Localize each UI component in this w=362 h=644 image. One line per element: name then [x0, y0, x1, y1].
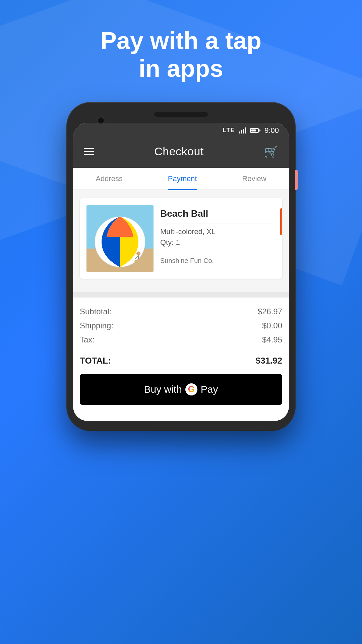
- shipping-row: Shipping: $0.00: [80, 321, 282, 330]
- tab-review[interactable]: Review: [242, 174, 266, 190]
- g-letter: G: [188, 384, 195, 394]
- phone-screen: LTE 9:00 Checkout 🛒: [73, 123, 289, 421]
- screen-content: Beach Ball Multi-colored, XL Qty: 1 Suns…: [73, 190, 289, 292]
- tab-payment[interactable]: Payment: [168, 174, 197, 190]
- cart-button[interactable]: 🛒: [264, 145, 278, 158]
- shipping-value: $0.00: [262, 321, 282, 330]
- subtotal-label: Subtotal:: [80, 307, 112, 316]
- product-name: Beach Ball: [160, 208, 276, 223]
- bottom-padding: [73, 414, 289, 421]
- buy-button-suffix: Pay: [201, 384, 218, 395]
- accent-bar: [280, 208, 282, 235]
- google-g-logo: G: [185, 383, 197, 395]
- phone-mockup: LTE 9:00 Checkout 🛒: [67, 103, 295, 430]
- status-bar: LTE 9:00: [73, 123, 289, 138]
- svg-point-6: [136, 252, 140, 256]
- product-info: Beach Ball Multi-colored, XL Qty: 1 Suns…: [160, 205, 276, 272]
- buy-with-gpay-button[interactable]: Buy with G Pay: [80, 374, 282, 405]
- menu-button[interactable]: [84, 148, 94, 155]
- checkout-tabs: Address Payment Review: [73, 168, 289, 190]
- product-image: [86, 205, 154, 272]
- subtotal-value: $26.97: [258, 307, 282, 316]
- product-variant: Multi-colored, XL: [160, 227, 276, 236]
- subtotal-row: Subtotal: $26.97: [80, 307, 282, 316]
- page-headline: Pay with a tap in apps: [80, 27, 282, 83]
- phone-camera: [97, 117, 105, 124]
- tax-row: Tax: $4.95: [80, 335, 282, 344]
- product-card: Beach Ball Multi-colored, XL Qty: 1 Suns…: [80, 198, 282, 279]
- total-value: $31.92: [255, 356, 282, 366]
- tax-value: $4.95: [262, 335, 282, 344]
- section-divider: [73, 292, 289, 298]
- app-header: Checkout 🛒: [73, 138, 289, 168]
- header-title: Checkout: [154, 145, 204, 158]
- phone-side-button: [295, 170, 298, 190]
- tab-address[interactable]: Address: [96, 174, 123, 190]
- shipping-label: Shipping:: [80, 321, 113, 330]
- signal-icon: [239, 127, 246, 133]
- battery-icon: [250, 128, 260, 133]
- product-seller: Sunshine Fun Co.: [160, 257, 276, 265]
- product-quantity: Qty: 1: [160, 238, 276, 247]
- price-divider: [80, 350, 282, 350]
- phone-speaker: [154, 112, 208, 117]
- tax-label: Tax:: [80, 335, 95, 344]
- total-row: TOTAL: $31.92: [80, 356, 282, 366]
- total-label: TOTAL:: [80, 356, 111, 366]
- network-indicator: LTE: [223, 127, 235, 134]
- svg-point-4: [134, 259, 142, 263]
- clock: 9:00: [264, 126, 279, 135]
- buy-button-prefix: Buy with: [144, 384, 182, 395]
- price-section: Subtotal: $26.97 Shipping: $0.00 Tax: $4…: [73, 298, 289, 414]
